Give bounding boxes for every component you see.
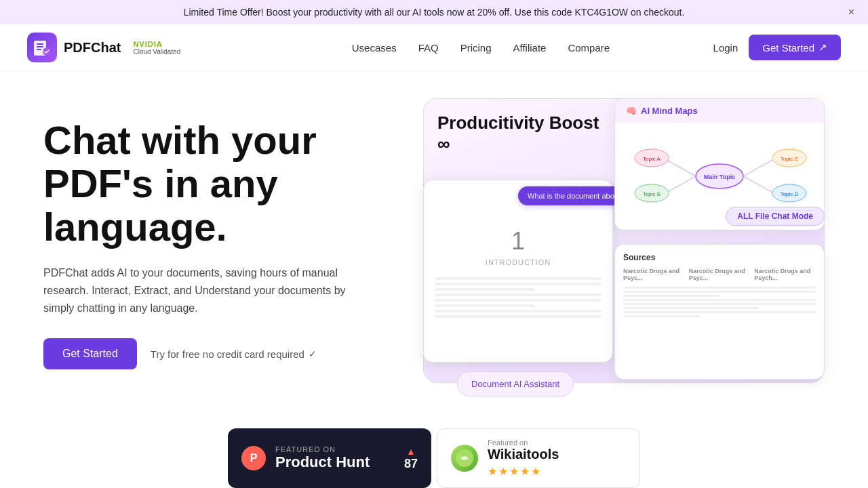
wiki-text: Featured on Wikiaitools ★★★★★ bbox=[488, 439, 626, 478]
doc-line-6 bbox=[435, 304, 535, 307]
mind-map-svg: Main Topic Topic A Topic B Topic C bbox=[631, 139, 808, 214]
mind-maps-icon: 🧠 bbox=[626, 106, 637, 116]
wikiaitools-icon bbox=[451, 445, 478, 472]
wiki-stars: ★★★★★ bbox=[488, 465, 626, 478]
svg-text:Topic D: Topic D bbox=[781, 191, 799, 197]
hero-right: Producitivity Boost ∞ bbox=[423, 98, 825, 390]
checkmark-icon: ✓ bbox=[309, 348, 317, 359]
doc-line-4 bbox=[435, 293, 601, 296]
banner-close-button[interactable]: × bbox=[848, 6, 854, 18]
doc-line-7 bbox=[435, 310, 601, 312]
svg-rect-2 bbox=[37, 46, 43, 47]
svg-text:Topic C: Topic C bbox=[781, 156, 799, 162]
svg-line-12 bbox=[665, 159, 696, 176]
nav-links: Usecases FAQ Pricing Affiliate Compare bbox=[248, 42, 713, 54]
wiki-featured-label: Featured on bbox=[488, 439, 626, 447]
wikiaitools-badge[interactable]: Featured on Wikiaitools ★★★★★ bbox=[437, 428, 640, 488]
infinity-icon: ∞ bbox=[437, 134, 450, 154]
doc-line-8 bbox=[435, 315, 601, 318]
nvidia-badge: NVIDIA Cloud Validated bbox=[133, 40, 180, 56]
logo[interactable]: PDFChat NVIDIA Cloud Validated bbox=[27, 33, 180, 62]
hero-title: Chat with your PDF's in any language. bbox=[43, 119, 396, 248]
wiki-name: Wikiaitools bbox=[488, 447, 626, 462]
ph-featured-label: FEATURED ON bbox=[275, 445, 395, 453]
navigation: PDFChat NVIDIA Cloud Validated Usecases … bbox=[0, 24, 868, 71]
promo-banner: Limited Time Offer! Boost your productiv… bbox=[0, 0, 868, 24]
logo-text: PDFChat bbox=[64, 40, 121, 56]
source-line-4 bbox=[623, 299, 816, 301]
nav-actions: Login Get Started ↗ bbox=[713, 35, 841, 60]
source-line-6 bbox=[623, 307, 758, 309]
svg-text:Topic A: Topic A bbox=[643, 156, 660, 162]
product-hunt-badge[interactable]: P FEATURED ON Product Hunt ▲ 87 bbox=[228, 428, 431, 488]
ph-text: FEATURED ON Product Hunt bbox=[275, 445, 395, 471]
svg-line-15 bbox=[665, 176, 696, 193]
hero-section: Chat with your PDF's in any language. PD… bbox=[0, 71, 868, 403]
sources-columns: Narcotic Drugs and Psyc... Narcotic Drug… bbox=[623, 268, 816, 281]
nav-affiliate[interactable]: Affiliate bbox=[513, 42, 547, 54]
logo-icon bbox=[27, 33, 57, 62]
nav-faq[interactable]: FAQ bbox=[418, 42, 439, 54]
svg-rect-1 bbox=[37, 43, 43, 45]
sources-title: Sources bbox=[623, 253, 816, 262]
source-line-2 bbox=[623, 291, 816, 293]
source-line-5 bbox=[623, 303, 816, 305]
doc-text-preview bbox=[424, 272, 612, 326]
svg-text:Main Topic: Main Topic bbox=[704, 174, 735, 180]
doc-line-3 bbox=[435, 288, 535, 291]
document-card: 1 Introduction bbox=[423, 180, 613, 363]
source-col-1: Narcotic Drugs and Psyc... bbox=[623, 268, 685, 281]
nav-get-started-button[interactable]: Get Started ↗ bbox=[749, 35, 841, 60]
banner-text: Limited Time Offer! Boost your productiv… bbox=[184, 7, 685, 18]
hero-cta: Get Started Try for free no credit card … bbox=[43, 338, 396, 369]
svg-rect-3 bbox=[37, 49, 41, 50]
source-line-7 bbox=[623, 311, 816, 313]
nav-pricing[interactable]: Pricing bbox=[460, 42, 492, 54]
ph-number: 87 bbox=[404, 457, 418, 471]
all-file-chat-badge: ALL File Chat Mode bbox=[726, 207, 825, 226]
mind-maps-header: 🧠 AI Mind Maps bbox=[615, 99, 824, 123]
product-hunt-icon: P bbox=[241, 446, 266, 470]
sources-panel: Sources Narcotic Drugs and Psyc... Narco… bbox=[614, 244, 825, 380]
nvidia-subtitle: Cloud Validated bbox=[133, 48, 180, 56]
source-line-1 bbox=[623, 287, 816, 289]
ph-count: ▲ 87 bbox=[404, 446, 418, 471]
source-line-3 bbox=[623, 295, 719, 297]
nav-usecases[interactable]: Usecases bbox=[352, 42, 397, 54]
doc-line-2 bbox=[435, 283, 601, 285]
hero-free-text: Try for free no credit card required ✓ bbox=[151, 348, 317, 360]
source-line-8 bbox=[623, 315, 701, 317]
doc-page-number: 1 bbox=[486, 227, 551, 256]
source-col-2: Narcotic Drugs and Psyc... bbox=[689, 268, 751, 281]
doc-line-5 bbox=[435, 299, 601, 302]
sources-lines bbox=[623, 287, 816, 317]
arrow-icon: ↗ bbox=[818, 41, 827, 54]
ph-arrow-icon: ▲ bbox=[406, 446, 416, 457]
bottom-badges: P FEATURED ON Product Hunt ▲ 87 bbox=[217, 428, 651, 488]
svg-text:Topic B: Topic B bbox=[643, 191, 660, 197]
login-button[interactable]: Login bbox=[713, 42, 738, 54]
ph-name: Product Hunt bbox=[275, 453, 395, 471]
hero-subtitle: PDFChat adds AI to your documents, savin… bbox=[43, 264, 369, 317]
hero-get-started-button[interactable]: Get Started bbox=[43, 338, 137, 369]
svg-line-18 bbox=[743, 159, 774, 176]
doc-ai-assistant-button[interactable]: Document AI Assistant bbox=[457, 371, 574, 396]
source-col-3: Narcotic Drugs and Psych... bbox=[754, 268, 816, 281]
doc-line-1 bbox=[435, 277, 601, 280]
doc-intro-label: Introduction bbox=[486, 258, 551, 266]
nvidia-logo: NVIDIA bbox=[133, 40, 162, 48]
hero-left: Chat with your PDF's in any language. PD… bbox=[43, 98, 396, 369]
svg-line-21 bbox=[743, 176, 774, 193]
hero-image: Producitivity Boost ∞ bbox=[423, 98, 825, 390]
nav-compare[interactable]: Compare bbox=[568, 42, 610, 54]
